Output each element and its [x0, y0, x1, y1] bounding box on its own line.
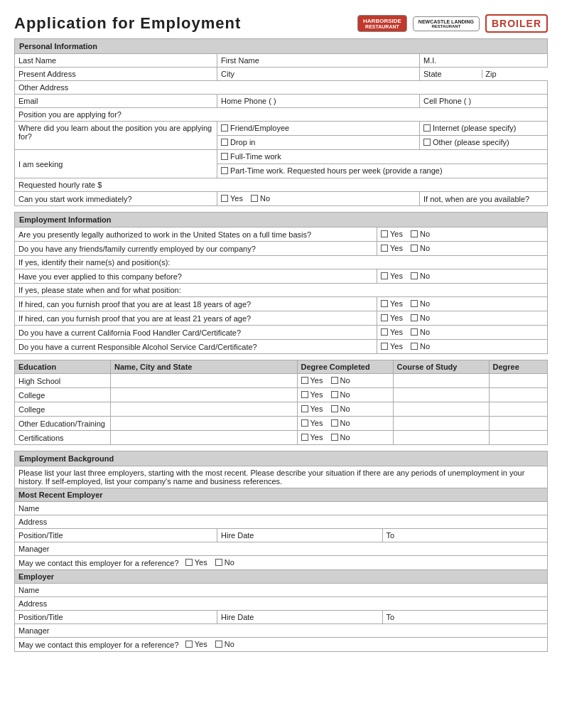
edu-row-other: Other Education/Training Yes No: [15, 417, 548, 431]
cert-no-checkbox[interactable]: [331, 434, 338, 441]
auth-no-checkbox[interactable]: [411, 230, 418, 237]
friends-family-label: Do you have any friends/family currently…: [15, 242, 377, 256]
hs-degree: [489, 374, 548, 388]
cert-degree: [489, 431, 548, 445]
hs-no: No: [331, 376, 350, 385]
cell-phone-label: Cell Phone ( ): [420, 95, 548, 108]
personal-info-table: Personal Information Last Name First Nam…: [14, 38, 548, 206]
emp2-ref-no-checkbox[interactable]: [215, 641, 222, 648]
mre-reference-label: May we contact this employer for a refer…: [18, 559, 179, 567]
edu-row-highschool: High School Yes No: [15, 374, 548, 388]
c1-yes-checkbox[interactable]: [301, 391, 308, 398]
emp2-name-row: Name: [15, 584, 548, 597]
as-yes-checkbox[interactable]: [381, 343, 388, 350]
education-table: Education Name, City and State Degree Co…: [14, 360, 548, 445]
food-handler-row: Do you have a current California Food Ha…: [15, 326, 548, 340]
start-immediately-label: Can you start work immediately?: [15, 192, 217, 206]
oe-no-checkbox[interactable]: [331, 419, 338, 427]
emp2-ref-yes-checkbox[interactable]: [185, 641, 193, 648]
p18-yes-checkbox[interactable]: [381, 300, 388, 307]
ab-no-checkbox[interactable]: [411, 272, 418, 279]
p21-yes-checkbox[interactable]: [381, 314, 388, 321]
cert-yes-checkbox[interactable]: [301, 434, 308, 441]
proof-18-row: If hired, can you furnish proof that you…: [15, 297, 548, 311]
hs-yes-checkbox[interactable]: [301, 377, 308, 384]
ff-yes-checkbox[interactable]: [381, 245, 388, 252]
emp2-to-label: To: [382, 611, 548, 624]
applied-before-label: Have you ever applied to this company be…: [15, 269, 377, 284]
friends-family-row: Do you have any friends/family currently…: [15, 242, 548, 256]
highschool-name: [111, 374, 298, 388]
part-time-option: Part-Time work. Requested hours per week…: [221, 166, 443, 175]
c2-degree: [489, 402, 548, 417]
start-no-checkbox[interactable]: [251, 195, 258, 202]
ff-no: No: [411, 244, 430, 252]
c2-no-checkbox[interactable]: [331, 405, 338, 412]
start-yes-checkbox[interactable]: [221, 195, 228, 202]
fh-yes-checkbox[interactable]: [381, 328, 388, 336]
hs-no-checkbox[interactable]: [331, 377, 338, 384]
position-row: Position you are applying for?: [15, 108, 548, 122]
oe-course: [393, 417, 489, 431]
state-when-row: If yes, please state when and for what p…: [15, 284, 548, 297]
c1-no-checkbox[interactable]: [331, 391, 338, 398]
drop-in-option: Drop in: [221, 138, 255, 146]
fh-no-checkbox[interactable]: [411, 328, 418, 336]
emp2-hire-date-label: Hire Date: [217, 611, 383, 624]
mre-manager-row: Manager: [15, 542, 548, 556]
home-phone-label: Home Phone ( ): [217, 95, 420, 108]
full-time-option: Full-Time work: [221, 152, 281, 161]
employment-background-header: Employment Background: [15, 451, 548, 466]
employment-info-header: Employment Information: [15, 213, 548, 228]
learn-row: Where did you learn about the position y…: [15, 122, 548, 136]
oe-yes-checkbox[interactable]: [301, 419, 308, 427]
ab-no: No: [411, 272, 430, 280]
full-time-checkbox[interactable]: [221, 153, 228, 160]
email-label: Email: [15, 95, 217, 108]
c2-yes-checkbox[interactable]: [301, 405, 308, 412]
c2-course: [393, 402, 489, 417]
if-not-label: If not, when are you available?: [420, 192, 548, 206]
start-yes-option: Yes: [221, 194, 243, 203]
learn-label: Where did you learn about the position y…: [15, 122, 217, 150]
state-when-label: If yes, please state when and for what p…: [15, 284, 548, 297]
as-no-checkbox[interactable]: [411, 343, 418, 350]
newcastle-logo: NEWCASTLE LANDING RESTAURANT: [413, 16, 480, 31]
edu-row-cert: Certifications Yes No: [15, 431, 548, 445]
ab-yes-checkbox[interactable]: [381, 272, 388, 279]
emp2-ref-no: No: [215, 640, 234, 648]
start-no-option: No: [251, 194, 270, 203]
state-label: State: [423, 70, 482, 78]
p18-no: No: [411, 299, 430, 308]
other-address-label: Other Address: [15, 81, 548, 95]
mre-ref-no-checkbox[interactable]: [215, 559, 222, 566]
authorized-row: Are you presently legally authorized to …: [15, 228, 548, 242]
p21-no-checkbox[interactable]: [411, 314, 418, 321]
as-no: No: [411, 342, 430, 350]
emp2-address-label: Address: [15, 597, 548, 611]
emp2-position-row: Position/Title Hire Date To: [15, 611, 548, 624]
p21-no: No: [411, 314, 430, 322]
part-time-checkbox[interactable]: [221, 167, 228, 174]
alcohol-service-label: Do you have a current Responsible Alcoho…: [15, 340, 377, 354]
logo-group: HARBORSIDE RESTAURANT NEWCASTLE LANDING …: [357, 14, 548, 33]
ff-yes: Yes: [381, 244, 403, 252]
friend-employee-checkbox[interactable]: [221, 124, 228, 132]
present-address-label: Present Address: [15, 68, 217, 81]
mre-ref-yes-checkbox[interactable]: [185, 559, 193, 566]
mre-position-row: Position/Title Hire Date To: [15, 529, 548, 542]
last-name-label: Last Name: [15, 54, 217, 68]
auth-yes-checkbox[interactable]: [381, 230, 388, 237]
other-checkbox[interactable]: [423, 139, 431, 146]
college1-name: [111, 388, 298, 402]
internet-checkbox[interactable]: [423, 124, 431, 132]
start-work-row: Can you start work immediately? Yes No I…: [15, 192, 548, 206]
ff-no-checkbox[interactable]: [411, 245, 418, 252]
edu-col3: Degree Completed: [297, 360, 393, 374]
p18-no-checkbox[interactable]: [411, 300, 418, 307]
drop-in-checkbox[interactable]: [221, 139, 228, 146]
emp2-position-label: Position/Title: [15, 611, 217, 624]
edu-col5: Degree: [489, 360, 548, 374]
personal-info-header: Personal Information: [15, 39, 548, 54]
other-edu-name: [111, 417, 298, 431]
